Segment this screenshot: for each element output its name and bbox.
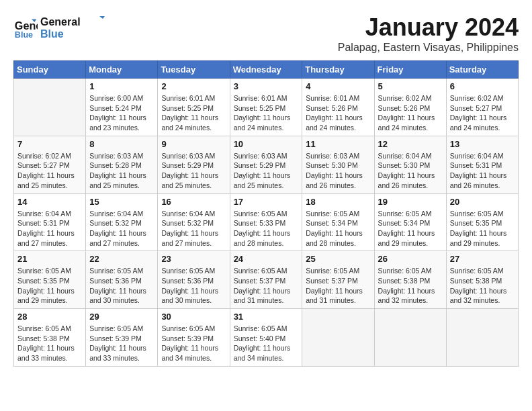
calendar-cell: 27Sunrise: 6:05 AM Sunset: 5:38 PM Dayli…: [446, 251, 518, 309]
day-info: Sunrise: 6:04 AM Sunset: 5:31 PM Dayligh…: [450, 151, 515, 191]
day-info: Sunrise: 6:05 AM Sunset: 5:35 PM Dayligh…: [450, 209, 515, 248]
day-info: Sunrise: 6:00 AM Sunset: 5:24 PM Dayligh…: [89, 93, 154, 133]
calendar-week-5: 28Sunrise: 6:05 AM Sunset: 5:38 PM Dayli…: [14, 309, 519, 367]
day-number: 26: [378, 254, 443, 264]
day-info: Sunrise: 6:04 AM Sunset: 5:30 PM Dayligh…: [378, 151, 443, 191]
day-info: Sunrise: 6:05 AM Sunset: 5:40 PM Dayligh…: [234, 324, 299, 363]
day-number: 31: [234, 312, 299, 322]
calendar-table: SundayMondayTuesdayWednesdayThursdayFrid…: [13, 60, 519, 367]
calendar-cell: 19Sunrise: 6:05 AM Sunset: 5:34 PM Dayli…: [374, 193, 446, 251]
svg-text:General: General: [40, 16, 81, 28]
day-number: 27: [450, 254, 515, 264]
calendar-cell: 28Sunrise: 6:05 AM Sunset: 5:38 PM Dayli…: [14, 309, 86, 367]
day-number: 6: [450, 81, 515, 91]
calendar-header-sunday: Sunday: [14, 61, 86, 79]
day-number: 10: [234, 139, 299, 149]
calendar-cell: 21Sunrise: 6:05 AM Sunset: 5:35 PM Dayli…: [14, 251, 86, 309]
calendar-cell: 24Sunrise: 6:05 AM Sunset: 5:37 PM Dayli…: [230, 251, 302, 309]
calendar-cell: 9Sunrise: 6:03 AM Sunset: 5:29 PM Daylig…: [158, 136, 230, 193]
day-number: 16: [161, 197, 226, 207]
svg-text:Blue: Blue: [15, 30, 33, 40]
calendar-header-tuesday: Tuesday: [158, 61, 230, 79]
calendar-body: 1Sunrise: 6:00 AM Sunset: 5:24 PM Daylig…: [14, 79, 519, 367]
calendar-header-monday: Monday: [86, 61, 158, 79]
day-number: 18: [306, 197, 370, 207]
logo-icon: General Blue: [13, 16, 38, 40]
day-info: Sunrise: 6:04 AM Sunset: 5:32 PM Dayligh…: [89, 209, 154, 248]
calendar-cell: 2Sunrise: 6:01 AM Sunset: 5:25 PM Daylig…: [158, 79, 230, 136]
day-number: 5: [378, 81, 443, 91]
day-number: 2: [161, 81, 226, 91]
day-info: Sunrise: 6:05 AM Sunset: 5:34 PM Dayligh…: [378, 209, 443, 248]
logo-svg: General Blue: [40, 13, 107, 40]
day-number: 1: [89, 81, 154, 91]
calendar-header-wednesday: Wednesday: [230, 61, 302, 79]
day-info: Sunrise: 6:02 AM Sunset: 5:27 PM Dayligh…: [450, 93, 515, 133]
calendar-header-thursday: Thursday: [302, 61, 374, 79]
calendar-header-saturday: Saturday: [446, 61, 518, 79]
calendar-week-2: 7Sunrise: 6:02 AM Sunset: 5:27 PM Daylig…: [14, 136, 519, 193]
calendar-cell: 14Sunrise: 6:04 AM Sunset: 5:31 PM Dayli…: [14, 193, 86, 251]
calendar-cell: 30Sunrise: 6:05 AM Sunset: 5:39 PM Dayli…: [158, 309, 230, 367]
day-info: Sunrise: 6:05 AM Sunset: 5:34 PM Dayligh…: [306, 209, 370, 248]
calendar-cell: 1Sunrise: 6:00 AM Sunset: 5:24 PM Daylig…: [86, 79, 158, 136]
day-number: 7: [17, 139, 82, 149]
day-number: 4: [306, 81, 370, 91]
day-number: 22: [89, 254, 154, 264]
day-info: Sunrise: 6:05 AM Sunset: 5:38 PM Dayligh…: [17, 324, 82, 363]
calendar-cell: 17Sunrise: 6:05 AM Sunset: 5:33 PM Dayli…: [230, 193, 302, 251]
day-info: Sunrise: 6:05 AM Sunset: 5:39 PM Dayligh…: [89, 324, 154, 363]
calendar-week-1: 1Sunrise: 6:00 AM Sunset: 5:24 PM Daylig…: [14, 79, 519, 136]
day-info: Sunrise: 6:03 AM Sunset: 5:30 PM Dayligh…: [306, 151, 370, 191]
day-number: 29: [89, 312, 154, 322]
day-info: Sunrise: 6:02 AM Sunset: 5:26 PM Dayligh…: [378, 93, 443, 133]
day-number: 19: [378, 197, 443, 207]
day-info: Sunrise: 6:05 AM Sunset: 5:33 PM Dayligh…: [234, 209, 299, 248]
calendar-cell: 29Sunrise: 6:05 AM Sunset: 5:39 PM Dayli…: [86, 309, 158, 367]
calendar-cell: 4Sunrise: 6:01 AM Sunset: 5:26 PM Daylig…: [302, 79, 374, 136]
day-info: Sunrise: 6:04 AM Sunset: 5:32 PM Dayligh…: [161, 209, 226, 248]
day-number: 11: [306, 139, 370, 149]
day-number: 3: [234, 81, 299, 91]
day-number: 17: [234, 197, 299, 207]
calendar-cell: 7Sunrise: 6:02 AM Sunset: 5:27 PM Daylig…: [14, 136, 86, 193]
day-info: Sunrise: 6:02 AM Sunset: 5:27 PM Dayligh…: [17, 151, 82, 191]
day-info: Sunrise: 6:05 AM Sunset: 5:38 PM Dayligh…: [378, 266, 443, 306]
calendar-cell: 11Sunrise: 6:03 AM Sunset: 5:30 PM Dayli…: [302, 136, 374, 193]
day-info: Sunrise: 6:03 AM Sunset: 5:29 PM Dayligh…: [234, 151, 299, 191]
day-number: 13: [450, 139, 515, 149]
calendar-cell: [14, 79, 86, 136]
day-info: Sunrise: 6:01 AM Sunset: 5:26 PM Dayligh…: [306, 93, 370, 133]
calendar-cell: [374, 309, 446, 367]
day-number: 15: [89, 197, 154, 207]
calendar-cell: 18Sunrise: 6:05 AM Sunset: 5:34 PM Dayli…: [302, 193, 374, 251]
calendar-cell: 3Sunrise: 6:01 AM Sunset: 5:25 PM Daylig…: [230, 79, 302, 136]
day-number: 25: [306, 254, 370, 264]
calendar-cell: 20Sunrise: 6:05 AM Sunset: 5:35 PM Dayli…: [446, 193, 518, 251]
day-number: 24: [234, 254, 299, 264]
page-header: General Blue General Blue January 2024 P…: [13, 13, 519, 54]
calendar-cell: 6Sunrise: 6:02 AM Sunset: 5:27 PM Daylig…: [446, 79, 518, 136]
day-info: Sunrise: 6:04 AM Sunset: 5:31 PM Dayligh…: [17, 209, 82, 248]
calendar-cell: [446, 309, 518, 367]
calendar-cell: 15Sunrise: 6:04 AM Sunset: 5:32 PM Dayli…: [86, 193, 158, 251]
calendar-cell: 10Sunrise: 6:03 AM Sunset: 5:29 PM Dayli…: [230, 136, 302, 193]
calendar-cell: 23Sunrise: 6:05 AM Sunset: 5:36 PM Dayli…: [158, 251, 230, 309]
calendar-cell: 16Sunrise: 6:04 AM Sunset: 5:32 PM Dayli…: [158, 193, 230, 251]
day-number: 9: [161, 139, 226, 149]
day-info: Sunrise: 6:01 AM Sunset: 5:25 PM Dayligh…: [234, 93, 299, 133]
calendar-cell: 25Sunrise: 6:05 AM Sunset: 5:37 PM Dayli…: [302, 251, 374, 309]
day-number: 21: [17, 254, 82, 264]
calendar-cell: 13Sunrise: 6:04 AM Sunset: 5:31 PM Dayli…: [446, 136, 518, 193]
day-info: Sunrise: 6:03 AM Sunset: 5:28 PM Dayligh…: [89, 151, 154, 191]
svg-marker-4: [99, 16, 106, 21]
calendar-week-3: 14Sunrise: 6:04 AM Sunset: 5:31 PM Dayli…: [14, 193, 519, 251]
day-number: 8: [89, 139, 154, 149]
title-block: January 2024 Palapag, Eastern Visayas, P…: [338, 13, 519, 54]
day-info: Sunrise: 6:01 AM Sunset: 5:25 PM Dayligh…: [161, 93, 226, 133]
calendar-header-row: SundayMondayTuesdayWednesdayThursdayFrid…: [14, 61, 519, 79]
calendar-cell: 22Sunrise: 6:05 AM Sunset: 5:36 PM Dayli…: [86, 251, 158, 309]
month-title: January 2024: [338, 13, 519, 42]
day-info: Sunrise: 6:05 AM Sunset: 5:39 PM Dayligh…: [161, 324, 226, 363]
day-number: 14: [17, 197, 82, 207]
